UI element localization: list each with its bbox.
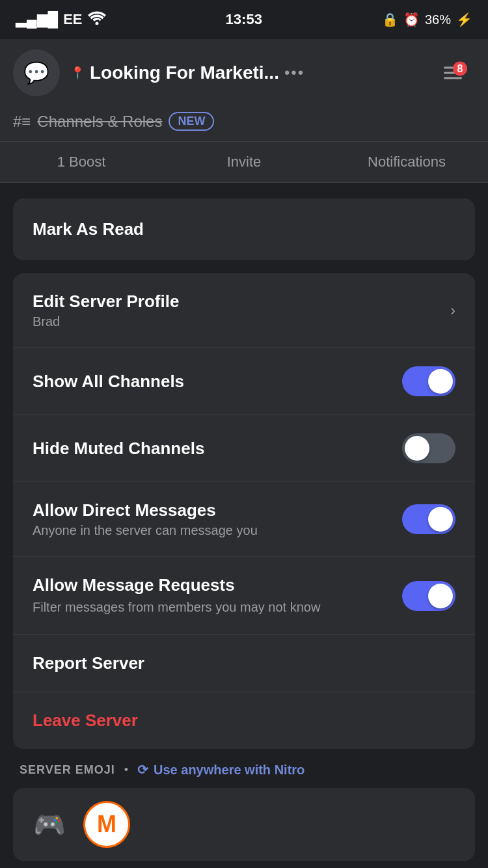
carrier-label: EE bbox=[63, 11, 82, 28]
wifi-icon bbox=[88, 10, 106, 29]
header-area: 💬 📍 Looking For Marketi... ••• 8 #≡ Chan… bbox=[0, 39, 488, 142]
signal-bars-icon: ▂▄▆█ bbox=[16, 11, 58, 28]
server-emoji-section: SERVER EMOJI • ⟳ Use anywhere with Nitro… bbox=[13, 762, 475, 861]
tab-notifications[interactable]: Notifications bbox=[325, 142, 488, 182]
emoji-grid: 🎮 M bbox=[13, 788, 475, 861]
show-all-channels-left: Show All Channels bbox=[33, 372, 402, 392]
menu-line-3 bbox=[444, 77, 462, 79]
status-left: ▂▄▆█ EE bbox=[16, 10, 106, 29]
hide-muted-knob bbox=[405, 436, 429, 461]
chevron-right-icon: › bbox=[450, 301, 455, 319]
server-info: 📍 Looking For Marketi... ••• bbox=[70, 62, 465, 83]
action-tabs: 1 Boost Invite Notifications bbox=[0, 142, 488, 183]
tab-boost[interactable]: 1 Boost bbox=[0, 142, 163, 182]
status-bar: ▂▄▆█ EE 13:53 🔒 ⏰ 36% ⚡ bbox=[0, 0, 488, 39]
allow-msg-req-knob bbox=[428, 584, 453, 608]
allow-msg-req-toggle[interactable] bbox=[402, 581, 455, 611]
show-all-channels-toggle[interactable] bbox=[402, 366, 455, 396]
nitro-icon: ⟳ bbox=[137, 762, 148, 778]
hide-muted-title: Hide Muted Channels bbox=[33, 439, 402, 459]
nitro-text: Use anywhere with Nitro bbox=[154, 763, 305, 778]
time-display: 13:53 bbox=[226, 11, 262, 28]
edit-profile-subtitle: Brad bbox=[33, 314, 450, 329]
allow-msg-req-left: Allow Message Requests Filter messages f… bbox=[33, 575, 402, 616]
channels-icon: #≡ bbox=[13, 113, 31, 131]
tab-invite[interactable]: Invite bbox=[163, 142, 325, 182]
location-icon: 📍 bbox=[70, 66, 85, 80]
leave-server-title: Leave Server bbox=[33, 711, 455, 731]
report-server-left: Report Server bbox=[33, 653, 455, 673]
lock-icon: 🔒 bbox=[382, 12, 398, 27]
show-all-channels-title: Show All Channels bbox=[33, 372, 402, 392]
allow-dm-left: Allow Direct Messages Anyone in the serv… bbox=[33, 500, 402, 538]
edit-profile-left: Edit Server Profile Brad bbox=[33, 292, 450, 329]
show-all-channels-knob bbox=[428, 369, 453, 394]
new-badge: NEW bbox=[169, 112, 214, 131]
server-name: Looking For Marketi... bbox=[90, 62, 279, 83]
hamburger-menu-button[interactable]: 8 bbox=[444, 67, 462, 79]
bullet-separator: • bbox=[124, 763, 128, 777]
mark-as-read-label: Mark As Read bbox=[33, 219, 144, 239]
report-server-item[interactable]: Report Server bbox=[13, 635, 475, 692]
nitro-link[interactable]: ⟳ Use anywhere with Nitro bbox=[137, 762, 305, 778]
battery-icon: ⚡ bbox=[456, 12, 472, 27]
allow-dm-knob bbox=[428, 507, 453, 532]
status-right: 🔒 ⏰ 36% ⚡ bbox=[382, 12, 472, 27]
emoji-header: SERVER EMOJI • ⟳ Use anywhere with Nitro bbox=[13, 762, 475, 788]
channels-label[interactable]: Channels & Roles bbox=[37, 113, 162, 131]
more-options-button[interactable]: ••• bbox=[284, 64, 305, 82]
notification-badge: 8 bbox=[453, 62, 467, 76]
allow-dm-toggle[interactable] bbox=[402, 504, 455, 534]
edit-server-profile-item[interactable]: Edit Server Profile Brad › bbox=[13, 273, 475, 348]
alarm-icon: ⏰ bbox=[403, 12, 420, 27]
report-server-title: Report Server bbox=[33, 653, 455, 673]
avatar[interactable]: 💬 bbox=[13, 49, 60, 96]
allow-direct-messages-item[interactable]: Allow Direct Messages Anyone in the serv… bbox=[13, 482, 475, 557]
allow-message-requests-item[interactable]: Allow Message Requests Filter messages f… bbox=[13, 557, 475, 635]
hide-muted-left: Hide Muted Channels bbox=[33, 439, 402, 459]
allow-dm-title: Allow Direct Messages bbox=[33, 500, 402, 521]
edit-profile-title: Edit Server Profile bbox=[33, 292, 450, 312]
battery-label: 36% bbox=[425, 12, 451, 27]
hide-muted-channels-item[interactable]: Hide Muted Channels bbox=[13, 415, 475, 482]
header-top: 💬 📍 Looking For Marketi... ••• 8 bbox=[0, 39, 488, 107]
leave-server-left: Leave Server bbox=[33, 711, 455, 731]
mark-as-read-card: Mark As Read bbox=[13, 198, 475, 260]
hide-muted-channels-toggle[interactable] bbox=[402, 433, 455, 463]
emoji-header-label: SERVER EMOJI bbox=[20, 763, 115, 777]
allow-msg-req-subtitle: Filter messages from members you may not… bbox=[33, 598, 332, 616]
chat-icon: 💬 bbox=[23, 61, 49, 85]
leave-server-item[interactable]: Leave Server bbox=[13, 692, 475, 749]
emoji-item-2: M bbox=[83, 801, 130, 848]
mark-as-read-item[interactable]: Mark As Read bbox=[13, 198, 475, 260]
channels-row: #≡ Channels & Roles NEW bbox=[0, 107, 488, 141]
emoji-item-1: 🎮 bbox=[26, 801, 73, 848]
settings-card: Edit Server Profile Brad › Show All Chan… bbox=[13, 273, 475, 749]
allow-msg-req-title: Allow Message Requests bbox=[33, 575, 402, 595]
show-all-channels-item[interactable]: Show All Channels bbox=[13, 348, 475, 415]
svg-point-0 bbox=[95, 22, 98, 25]
allow-dm-subtitle: Anyone in the server can message you bbox=[33, 523, 402, 538]
main-content: Mark As Read Edit Server Profile Brad › … bbox=[0, 183, 488, 868]
